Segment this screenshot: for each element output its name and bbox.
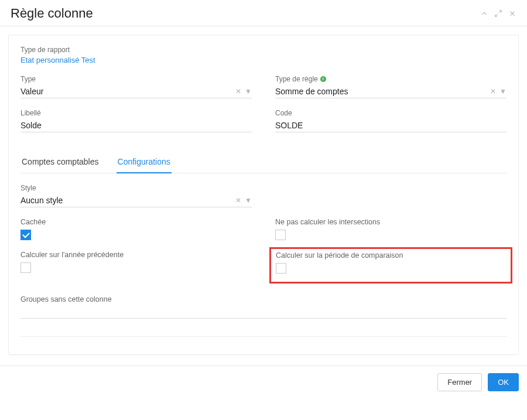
compare-period-checkbox[interactable]	[276, 263, 286, 274]
groups-label: Groupes sans cette colonne	[20, 295, 507, 303]
code-input[interactable]: SOLDE	[275, 118, 507, 132]
groups-input[interactable]	[20, 306, 507, 319]
card-separator	[20, 336, 507, 337]
field-rule-type: Type de règle i Somme de comptes ✕ ▼	[275, 75, 507, 98]
tab-accounts[interactable]: Comptes comptables	[20, 153, 100, 173]
report-type-link[interactable]: Etat personnalisé Test	[20, 56, 95, 64]
chevron-down-icon[interactable]: ▼	[245, 197, 252, 204]
compare-period-label: Calculer sur la période de comparaison	[276, 251, 506, 259]
style-select[interactable]: Aucun style ✕ ▼	[20, 193, 252, 207]
code-label: Code	[275, 109, 507, 117]
collapse-icon[interactable]	[480, 9, 488, 18]
ok-button[interactable]: OK	[488, 373, 519, 391]
clear-icon[interactable]: ✕	[235, 197, 241, 204]
code-value: SOLDE	[275, 121, 507, 130]
groups-without-column: Groupes sans cette colonne	[20, 295, 507, 319]
form-card: Type de rapport Etat personnalisé Test T…	[8, 35, 519, 355]
clear-icon[interactable]: ✕	[235, 88, 241, 95]
tabs: Comptes comptables Configurations	[20, 153, 507, 173]
check-compare-period: Calculer sur la période de comparaison	[275, 251, 507, 281]
rule-type-select[interactable]: Somme de comptes ✕ ▼	[275, 84, 507, 98]
dialog-header: Règle colonne	[0, 0, 527, 26]
style-value: Aucun style	[20, 196, 235, 205]
rule-type-value: Somme de comptes	[275, 87, 490, 96]
type-label: Type	[20, 75, 252, 83]
dialog-footer: Fermer OK	[0, 366, 527, 398]
chevron-down-icon[interactable]: ▼	[499, 88, 507, 95]
field-style: Style Aucun style ✕ ▼	[20, 184, 252, 207]
report-type-block: Type de rapport Etat personnalisé Test	[20, 46, 507, 64]
check-hidden: Cachée	[20, 218, 252, 240]
libelle-value: Solde	[20, 121, 252, 130]
expand-icon[interactable]	[494, 9, 502, 18]
field-libelle: Libellé Solde	[20, 109, 252, 132]
libelle-input[interactable]: Solde	[20, 118, 252, 132]
rule-type-label: Type de règle i	[275, 75, 507, 83]
header-icons	[480, 9, 516, 18]
check-no-intersect: Ne pas calculer les intersections	[275, 218, 507, 240]
close-icon[interactable]	[508, 9, 516, 18]
chevron-down-icon[interactable]: ▼	[245, 88, 252, 95]
style-label: Style	[20, 184, 252, 192]
dialog-column-rule: Règle colonne Type de rapport Etat perso…	[0, 0, 527, 398]
clear-icon[interactable]: ✕	[490, 88, 496, 95]
svg-line-1	[495, 14, 498, 16]
svg-line-0	[499, 11, 501, 13]
dialog-title: Règle colonne	[11, 6, 480, 21]
prev-year-checkbox[interactable]	[20, 262, 31, 273]
tab-configurations[interactable]: Configurations	[117, 153, 172, 173]
no-intersect-label: Ne pas calculer les intersections	[275, 218, 507, 226]
info-icon[interactable]: i	[320, 76, 326, 82]
field-code: Code SOLDE	[275, 109, 507, 132]
check-prev-year: Calculer sur l'année précédente	[20, 251, 252, 281]
type-value: Valeur	[20, 87, 235, 96]
type-select[interactable]: Valeur ✕ ▼	[20, 84, 252, 98]
field-type: Type Valeur ✕ ▼	[20, 75, 252, 98]
no-intersect-checkbox[interactable]	[275, 230, 286, 240]
libelle-label: Libellé	[20, 109, 252, 117]
prev-year-label: Calculer sur l'année précédente	[20, 251, 252, 259]
hidden-checkbox[interactable]	[20, 230, 31, 240]
hidden-label: Cachée	[20, 218, 252, 226]
compare-period-highlight: Calculer sur la période de comparaison	[269, 247, 512, 284]
report-type-label: Type de rapport	[20, 46, 507, 54]
close-button[interactable]: Fermer	[437, 373, 482, 391]
